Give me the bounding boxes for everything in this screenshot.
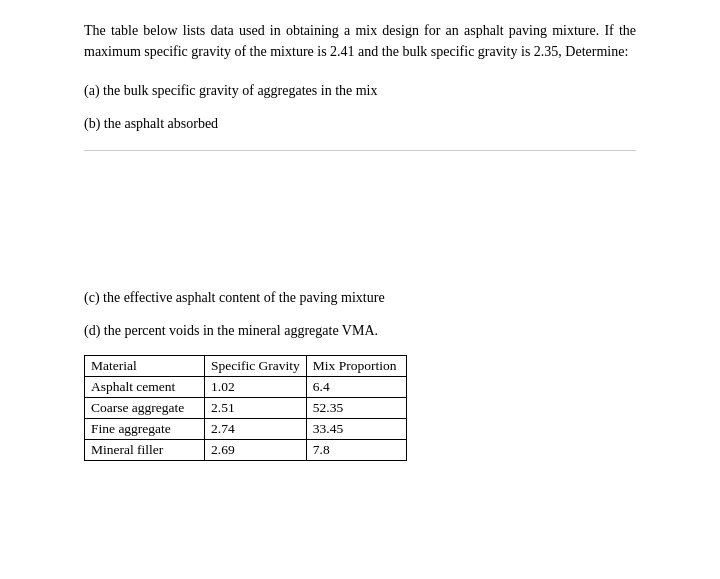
cell-sg-2: 2.74 [205, 419, 307, 440]
col-header-material: Material [85, 356, 205, 377]
cell-material-1: Coarse aggregate [85, 398, 205, 419]
col-header-specific-gravity: Specific Gravity [205, 356, 307, 377]
page-container: The table below lists data used in obtai… [0, 0, 720, 579]
col-header-mix-proportion: Mix Proportion [306, 356, 406, 377]
table-row: Asphalt cement 1.02 6.4 [85, 377, 407, 398]
spacer-area [84, 167, 636, 287]
cell-material-0: Asphalt cement [85, 377, 205, 398]
cell-mp-1: 52.35 [306, 398, 406, 419]
mix-design-table: Material Specific Gravity Mix Proportion… [84, 355, 407, 461]
question-b: (b) the asphalt absorbed [84, 113, 636, 134]
cell-material-3: Mineral filler [85, 440, 205, 461]
cell-mp-3: 7.8 [306, 440, 406, 461]
cell-sg-3: 2.69 [205, 440, 307, 461]
table-row: Mineral filler 2.69 7.8 [85, 440, 407, 461]
cell-mp-0: 6.4 [306, 377, 406, 398]
table-row: Coarse aggregate 2.51 52.35 [85, 398, 407, 419]
question-a: (a) the bulk specific gravity of aggrega… [84, 80, 636, 101]
section-divider [84, 150, 636, 151]
question-d: (d) the percent voids in the mineral agg… [84, 320, 636, 341]
cell-sg-0: 1.02 [205, 377, 307, 398]
intro-paragraph: The table below lists data used in obtai… [84, 20, 636, 62]
table-row: Fine aggregate 2.74 33.45 [85, 419, 407, 440]
cell-sg-1: 2.51 [205, 398, 307, 419]
table-header-row: Material Specific Gravity Mix Proportion [85, 356, 407, 377]
question-c: (c) the effective asphalt content of the… [84, 287, 636, 308]
cell-mp-2: 33.45 [306, 419, 406, 440]
cell-material-2: Fine aggregate [85, 419, 205, 440]
